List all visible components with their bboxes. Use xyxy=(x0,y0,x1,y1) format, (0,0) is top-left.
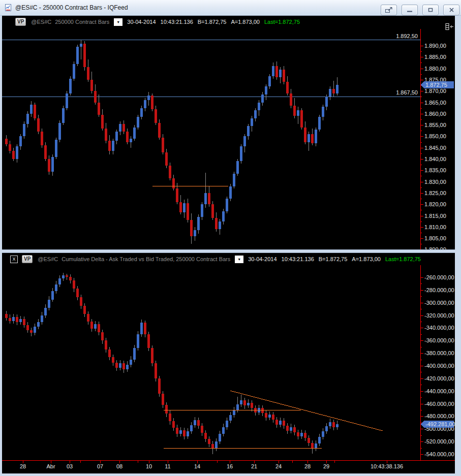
svg-text:1.845,00: 1.845,00 xyxy=(424,145,446,151)
time-axis: 28Abr030708101114162124282910:43:38.136 xyxy=(2,461,455,470)
svg-text:-440.000,00: -440.000,00 xyxy=(424,388,454,394)
vp-study-button-2[interactable]: VP xyxy=(22,255,33,263)
svg-text:-520.000,00: -520.000,00 xyxy=(424,438,454,445)
svg-text:-400.000,00: -400.000,00 xyxy=(424,363,454,369)
window-controls xyxy=(381,5,459,15)
svg-text:1.890,00: 1.890,00 xyxy=(424,43,446,49)
svg-text:1.820,00: 1.820,00 xyxy=(424,201,446,207)
close-study-button[interactable]: X xyxy=(10,256,18,263)
svg-text:1.810,00: 1.810,00 xyxy=(424,224,446,230)
svg-text:07: 07 xyxy=(97,463,103,469)
time-label-2: 10:43:21.136 xyxy=(282,256,314,262)
svg-text:-460.000,00: -460.000,00 xyxy=(424,401,454,407)
svg-text:1.815,00: 1.815,00 xyxy=(424,213,446,219)
svg-text:1.870,00: 1.870,00 xyxy=(424,88,446,94)
price-chart: 1.890,001.885,001.880,001.875,001.870,00… xyxy=(2,33,454,252)
svg-text:1.892,50: 1.892,50 xyxy=(396,33,418,39)
svg-text:1.867,50: 1.867,50 xyxy=(396,89,418,96)
detach-window-button[interactable] xyxy=(381,5,397,15)
vp-study-button[interactable]: VP xyxy=(15,18,26,26)
svg-text:10:43:38.136: 10:43:38.136 xyxy=(371,463,403,469)
svg-text:-380.000,00: -380.000,00 xyxy=(424,350,454,356)
app-window: @ES#C - 250000 Contract Bars - IQFeed 1.… xyxy=(0,0,461,476)
svg-text:1.840,00: 1.840,00 xyxy=(424,156,446,162)
close-button[interactable] xyxy=(443,5,459,15)
titlebar[interactable]: @ES#C - 250000 Contract Bars - IQFeed xyxy=(0,0,461,16)
study-dropdown-button[interactable]: ▼ xyxy=(235,256,243,263)
svg-text:-260.000,00: -260.000,00 xyxy=(424,274,454,280)
date-label-2: 30-04-2014 xyxy=(248,256,276,262)
svg-text:1.835,00: 1.835,00 xyxy=(424,167,446,173)
bid-label: B=1.872,75 xyxy=(198,19,227,25)
bid-label-2: B=1.872,75 xyxy=(319,256,348,262)
delta-panel-header: X VP @ES#C Cumulative Delta - Ask Traded… xyxy=(2,253,455,265)
svg-text:-320.000,00: -320.000,00 xyxy=(424,312,454,319)
app-icon xyxy=(4,4,12,12)
date-label: 30-04-2014 xyxy=(127,19,156,25)
svg-text:1.855,00: 1.855,00 xyxy=(424,122,446,128)
price-panel-header: VP @ES#C 250000 Contract Bars ▼ 30-04-20… xyxy=(2,16,455,28)
svg-text:14: 14 xyxy=(194,463,200,469)
svg-text:29: 29 xyxy=(323,463,329,469)
delta-chart-last-value-marker: -492.281,00 xyxy=(420,421,455,428)
depth-ladder-icon[interactable] xyxy=(445,23,454,32)
study-title-label: Cumulative Delta - Ask Traded vs Bid Tra… xyxy=(62,256,230,262)
restore-button[interactable] xyxy=(422,5,439,15)
svg-text:03: 03 xyxy=(67,463,73,469)
delta-chart: -260.000,00-280.000,00-300.000,00-320.00… xyxy=(5,273,455,457)
minimize-button[interactable] xyxy=(402,5,418,15)
svg-text:-300.000,00: -300.000,00 xyxy=(424,300,454,306)
svg-text:11: 11 xyxy=(165,463,170,469)
svg-text:1.850,00: 1.850,00 xyxy=(424,133,446,139)
svg-text:-420.000,00: -420.000,00 xyxy=(424,375,454,382)
svg-text:24: 24 xyxy=(275,463,282,469)
svg-text:1.825,00: 1.825,00 xyxy=(424,190,446,196)
svg-text:-492.281,00: -492.281,00 xyxy=(425,421,455,427)
svg-text:28: 28 xyxy=(20,463,26,469)
svg-text:-280.000,00: -280.000,00 xyxy=(424,287,454,293)
chart-client-area: 1.890,001.885,001.880,001.875,001.870,00… xyxy=(2,16,455,473)
ask-label: A=1.873,00 xyxy=(231,19,260,25)
chart-dropdown-button[interactable]: ▼ xyxy=(114,18,122,26)
symbol-label: @ES#C xyxy=(31,19,51,25)
svg-text:1.860,00: 1.860,00 xyxy=(424,111,446,117)
price-chart-last-value-marker: 1.872,75 xyxy=(420,81,454,88)
svg-text:1.805,00: 1.805,00 xyxy=(424,235,446,241)
svg-text:1.865,00: 1.865,00 xyxy=(424,100,446,106)
symbol-label-2: @ES#C xyxy=(38,256,58,262)
svg-text:-540.000,00: -540.000,00 xyxy=(424,451,454,457)
last-price-label: Last=1.872,75 xyxy=(264,19,300,25)
svg-text:Abr: Abr xyxy=(46,463,55,469)
svg-text:1.830,00: 1.830,00 xyxy=(424,179,446,185)
svg-text:-340.000,00: -340.000,00 xyxy=(424,325,454,331)
svg-text:08: 08 xyxy=(116,463,122,469)
last-price-label-2: Last=1.872,75 xyxy=(385,256,421,262)
svg-text:10: 10 xyxy=(146,463,152,469)
panel-divider[interactable] xyxy=(2,249,455,253)
svg-text:1.880,00: 1.880,00 xyxy=(424,66,446,72)
ask-label-2: A=1.873,00 xyxy=(352,256,381,262)
series-label: 250000 Contract Bars xyxy=(55,19,109,25)
chart-canvas[interactable]: 1.890,001.885,001.880,001.875,001.870,00… xyxy=(2,16,455,473)
svg-text:-360.000,00: -360.000,00 xyxy=(424,337,454,343)
time-label: 10:43:21.136 xyxy=(161,19,193,25)
svg-text:28: 28 xyxy=(304,463,311,469)
svg-text:16: 16 xyxy=(227,463,233,469)
svg-text:1.885,00: 1.885,00 xyxy=(424,54,446,60)
svg-text:1.872,75: 1.872,75 xyxy=(425,82,447,88)
svg-text:21: 21 xyxy=(251,463,257,469)
svg-text:-480.000,00: -480.000,00 xyxy=(424,413,454,419)
window-title: @ES#C - 250000 Contract Bars - IQFeed xyxy=(15,4,128,11)
